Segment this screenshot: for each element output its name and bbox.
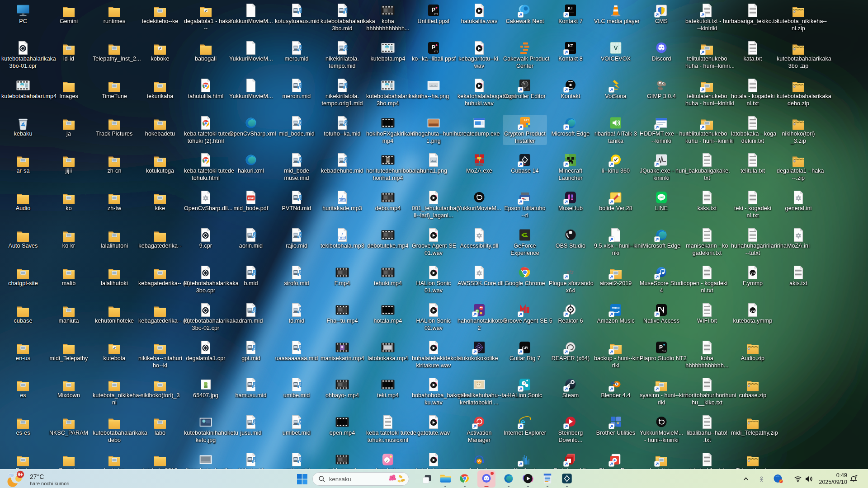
svg-text:9+: 9+: [18, 472, 23, 477]
